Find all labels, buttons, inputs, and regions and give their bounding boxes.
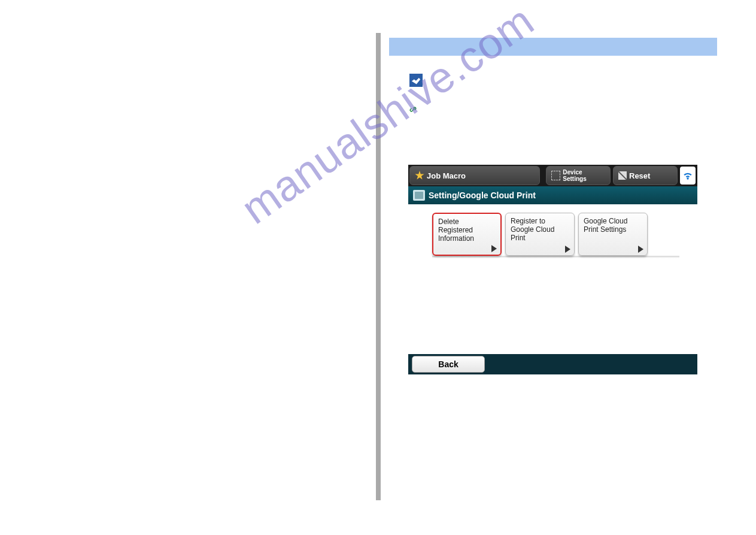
section-heading-bar: [389, 38, 717, 56]
reset-label: Reset: [629, 171, 650, 180]
memo-block: [409, 74, 724, 87]
chevron-right-icon: [565, 246, 570, 253]
screenshot-topbar: Job Macro Device Settings Reset: [408, 165, 697, 186]
device-settings-button[interactable]: Device Settings: [546, 166, 611, 185]
star-icon: [415, 171, 424, 180]
link-icon: [409, 105, 419, 114]
device-settings-icon: [551, 171, 560, 180]
left-column: [0, 33, 376, 500]
job-macro-label: Job Macro: [427, 171, 466, 180]
wifi-indicator[interactable]: [680, 167, 696, 185]
chevron-right-icon: [638, 246, 643, 253]
link-block: [409, 104, 724, 114]
column-divider: [376, 33, 381, 500]
wifi-icon: [682, 170, 694, 182]
options-row: Delete Registered Information Register t…: [408, 204, 697, 256]
device-settings-label: Device Settings: [563, 169, 605, 182]
right-column: Job Macro Device Settings Reset Setting/…: [389, 33, 724, 374]
screenshot-body: Delete Registered Information Register t…: [408, 204, 697, 312]
option-delete-registered[interactable]: Delete Registered Information: [432, 213, 502, 256]
screenshot-bottombar: Back: [408, 354, 697, 374]
reset-icon: [618, 171, 627, 180]
option-gcp-settings[interactable]: Google Cloud Print Settings: [578, 213, 648, 256]
option-register-gcp[interactable]: Register to Google Cloud Print: [505, 213, 575, 256]
breadcrumb-text: Setting/Google Cloud Print: [429, 191, 536, 200]
folder-icon: [413, 190, 425, 201]
memo-icon: [409, 74, 423, 87]
device-screenshot: Job Macro Device Settings Reset Setting/…: [408, 165, 697, 374]
option-label: Delete Registered Information: [438, 217, 474, 243]
back-label: Back: [438, 359, 458, 369]
job-macro-button[interactable]: Job Macro: [409, 166, 540, 185]
breadcrumb-bar: Setting/Google Cloud Print: [408, 186, 697, 204]
option-label: Google Cloud Print Settings: [584, 217, 627, 234]
row-shadow: [432, 256, 679, 258]
back-button[interactable]: Back: [412, 356, 485, 373]
reset-button[interactable]: Reset: [613, 166, 678, 185]
chevron-right-icon: [491, 245, 497, 252]
option-label: Register to Google Cloud Print: [511, 217, 554, 242]
